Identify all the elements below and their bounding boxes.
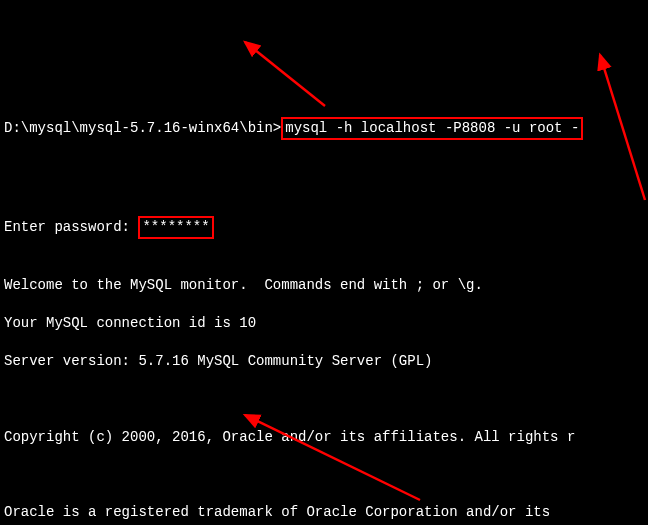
terminal-path: D:\mysql\mysql-5.7.16-winx64\bin> bbox=[4, 120, 281, 136]
password-masked: ******** bbox=[142, 219, 209, 235]
password-highlight-box: ******** bbox=[138, 216, 213, 239]
connection-id: Your MySQL connection id is 10 bbox=[4, 314, 644, 333]
welcome-text: Welcome to the MySQL monitor. Commands e… bbox=[4, 276, 644, 295]
password-prompt: Enter password: bbox=[4, 219, 130, 235]
server-version: Server version: 5.7.16 MySQL Community S… bbox=[4, 352, 644, 371]
copyright-text: Copyright (c) 2000, 2016, Oracle and/or … bbox=[4, 428, 644, 447]
arrow-to-password bbox=[245, 42, 325, 106]
command-highlight-box: mysql -h localhost -P8808 -u root - bbox=[281, 117, 583, 140]
trademark-text: Oracle is a registered trademark of Orac… bbox=[4, 503, 644, 522]
annotation-arrows bbox=[0, 0, 648, 525]
mysql-command: mysql -h localhost -P8808 -u root - bbox=[285, 120, 579, 136]
